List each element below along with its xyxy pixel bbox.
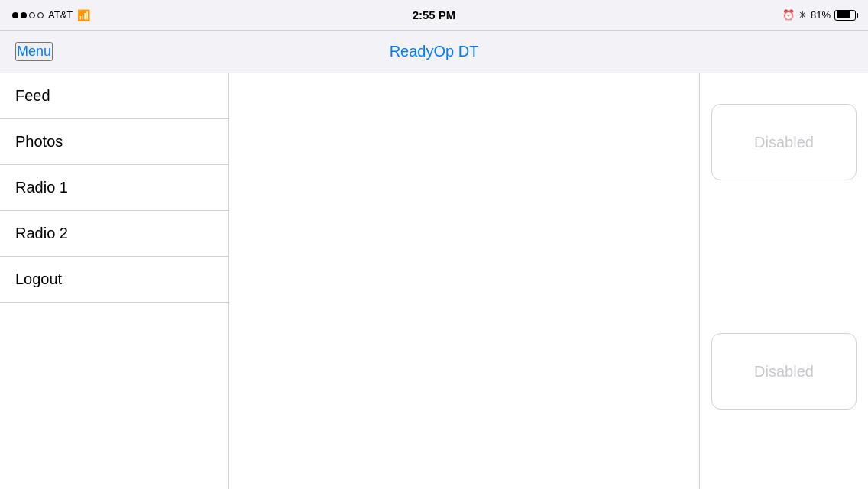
main-content: Feed Photos Radio 1 Radio 2 Logout Disab… [0,73,868,489]
signal-dot-4 [37,12,44,18]
nav-title: ReadyOp DT [390,43,479,60]
center-panel [229,73,700,489]
signal-icon [12,12,44,18]
status-left: AT&T 📶 [12,9,90,21]
battery-percent: 81% [811,9,831,21]
status-time: 2:55 PM [413,8,456,21]
sidebar-item-feed[interactable]: Feed [0,73,228,119]
status-right: ⏰ ✳ 81% [782,9,856,21]
signal-dot-1 [12,12,18,18]
wifi-icon: 📶 [77,9,90,21]
bluetooth-icon: ✳ [798,9,807,21]
nav-bar: Menu ReadyOp DT [0,31,868,73]
battery-fill [837,11,851,18]
carrier-label: AT&T [48,9,73,21]
sidebar: Feed Photos Radio 1 Radio 2 Logout [0,73,229,489]
right-panel: Disabled Disabled [700,73,868,489]
sidebar-item-radio2[interactable]: Radio 2 [0,211,228,257]
menu-button[interactable]: Menu [15,42,53,61]
disabled-button-2: Disabled [711,333,857,410]
disabled-button-1: Disabled [711,104,857,180]
alarm-icon: ⏰ [782,9,795,21]
signal-dot-2 [21,12,27,18]
sidebar-item-photos[interactable]: Photos [0,119,228,165]
sidebar-item-logout[interactable]: Logout [0,257,228,303]
signal-dot-3 [29,12,35,18]
sidebar-item-radio1[interactable]: Radio 1 [0,165,228,211]
battery-body [834,10,856,21]
battery-icon [834,10,856,21]
status-bar: AT&T 📶 2:55 PM ⏰ ✳ 81% [0,0,868,31]
